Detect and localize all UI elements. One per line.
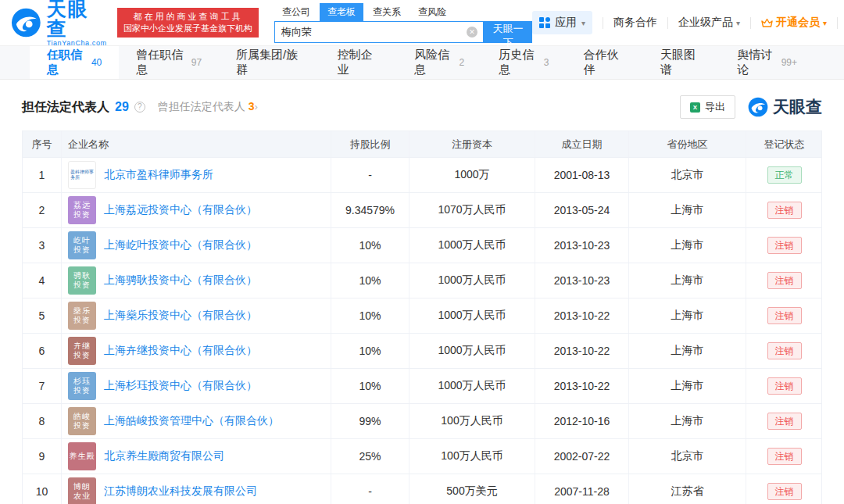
help-icon[interactable]: ? [134, 102, 145, 113]
nav-tab-count: 3 [544, 57, 549, 68]
company-logo-text: 养生殿 [70, 452, 95, 461]
nav-tab-曾任职信息[interactable]: 曾任职信息97 [119, 46, 219, 79]
row-number: 7 [23, 369, 62, 403]
company-logo[interactable]: 卉继投资 [68, 337, 96, 365]
shareholding-ratio: 10% [331, 334, 409, 368]
nav-tab-合作伙伴[interactable]: 合作伙伴 [566, 46, 642, 79]
logo-name: 天眼查 [47, 0, 108, 38]
status-badge: 注销 [767, 202, 802, 219]
company-name-link[interactable]: 上海皓峻投资管理中心（有限合伙） [104, 414, 279, 428]
status-badge: 注销 [767, 272, 802, 289]
company-name-link[interactable]: 北京养生殿商贸有限公司 [104, 449, 224, 463]
status-badge: 注销 [767, 307, 802, 324]
clear-icon[interactable]: ✕ [467, 27, 477, 38]
company-logo[interactable]: 盈科律师事务所 [68, 161, 96, 189]
nav-tab-label: 风险信息 [414, 48, 456, 77]
watermark-logo: 天眼查 [748, 96, 822, 118]
company-logo[interactable]: 皓峻投资 [68, 407, 96, 435]
search-tab-查公司[interactable]: 查公司 [274, 3, 318, 21]
top-header: 天眼查 TianYanCha.com 都在用的商业查询工具 国家中小企业发展子基… [0, 0, 844, 45]
export-button[interactable]: X 导出 [680, 95, 735, 119]
nav-tab-风险信息[interactable]: 风险信息2 [397, 46, 481, 79]
company-name-link[interactable]: 上海荔远投资中心（有限合伙） [104, 203, 257, 217]
menu-item-cooperation[interactable]: 商务合作 [613, 16, 657, 30]
nav-tab-所属集团/族群[interactable]: 所属集团/族群 [219, 46, 320, 79]
company-name-link[interactable]: 上海骋耿投资中心（有限合伙） [104, 273, 257, 288]
company-logo[interactable]: 杉珏投资 [68, 372, 96, 400]
past-legal-rep-count: 3 [249, 100, 255, 113]
column-header: 省份地区 [629, 131, 746, 157]
divider [837, 17, 838, 29]
search-tabs: 查公司查老板查关系查风险 [274, 3, 532, 21]
nav-tab-舆情讨论[interactable]: 舆情讨论99+ [720, 46, 814, 79]
slogan-badge: 都在用的商业查询工具 国家中小企业发展子基金旗下机构 [117, 8, 259, 38]
company-logo[interactable]: 燊乐投资 [68, 302, 96, 330]
nav-tab-label: 曾任职信息 [136, 48, 188, 77]
status-cell: 注销 [746, 439, 822, 474]
company-name-link[interactable]: 上海燊乐投资中心（有限合伙） [104, 309, 257, 323]
company-logo-text: 博朗 [73, 482, 91, 491]
table-row: 9养生殿北京养生殿商贸有限公司25%100万人民币2002-07-22北京市注销 [23, 438, 821, 474]
registered-capital: 500万美元 [409, 474, 535, 504]
apps-label: 应用 [555, 16, 577, 30]
chevron-down-icon: ▾ [736, 19, 740, 27]
company-logo[interactable]: 养生殿 [68, 442, 96, 470]
search-area: 查公司查老板查关系查风险 ✕ 天眼一下 [274, 3, 532, 43]
row-number: 5 [23, 298, 62, 333]
established-date: 2002-07-22 [535, 439, 629, 474]
slogan-line1: 都在用的商业查询工具 [123, 11, 252, 23]
vip-label: 开通会员 [776, 16, 820, 30]
table-row: 1盈科律师事务所北京市盈科律师事务所-1000万2001-08-13北京市正常 [23, 157, 821, 192]
nav-tab-历史信息[interactable]: 历史信息3 [481, 46, 566, 79]
search-tab-查关系[interactable]: 查关系 [365, 3, 409, 21]
established-date: 2001-08-13 [535, 158, 629, 192]
menu-item-vip[interactable]: 开通会员 ▾ [761, 16, 827, 30]
company-cell: 屹叶投资上海屹叶投资中心（有限合伙） [62, 228, 331, 263]
arrow-right-icon: › [255, 101, 258, 113]
section-count: 29 [115, 100, 129, 114]
status-cell: 正常 [746, 158, 822, 192]
established-date: 2013-10-23 [535, 228, 629, 263]
province-region: 上海市 [629, 228, 746, 263]
table-row: 4骋耿投资上海骋耿投资中心（有限合伙）10%1000万人民币2013-10-23… [23, 263, 821, 298]
company-name-link[interactable]: 上海屹叶投资中心（有限合伙） [104, 238, 257, 252]
company-cell: 卉继投资上海卉继投资中心（有限合伙） [62, 334, 331, 368]
past-legal-rep-link[interactable]: 曾担任法定代表人3› [158, 100, 258, 114]
table-body: 1盈科律师事务所北京市盈科律师事务所-1000万2001-08-13北京市正常2… [23, 157, 821, 504]
status-cell: 注销 [746, 404, 822, 438]
company-logo[interactable]: 荔远投资 [68, 196, 96, 224]
company-name-link[interactable]: 江苏博朗农业科技发展有限公司 [104, 484, 257, 499]
apps-menu[interactable]: 应用 ▾ [532, 11, 592, 34]
registered-capital: 1000万 [409, 158, 535, 192]
company-name-link[interactable]: 上海杉珏投资中心（有限合伙） [104, 379, 257, 393]
company-logo[interactable]: 屹叶投资 [68, 231, 96, 259]
export-label: 导出 [705, 100, 725, 114]
registered-capital: 1000万人民币 [409, 334, 535, 368]
company-logo-text: 荔远 [73, 201, 91, 210]
search-button[interactable]: 天眼一下 [484, 21, 532, 43]
company-logo-text: 投资 [73, 386, 91, 395]
nav-tab-label: 历史信息 [499, 48, 541, 77]
nav-tab-任职信息[interactable]: 任职信息40 [30, 46, 119, 79]
registered-capital: 100万人民币 [409, 404, 535, 438]
company-name-link[interactable]: 上海卉继投资中心（有限合伙） [104, 344, 257, 358]
status-cell: 注销 [746, 334, 822, 368]
company-logo[interactable]: 骋耿投资 [68, 266, 96, 295]
company-cell: 博朗农业江苏博朗农业科技发展有限公司 [62, 474, 331, 504]
divider [667, 17, 668, 29]
nav-tab-count: 40 [91, 57, 102, 68]
nav-tab-天眼图谱[interactable]: 天眼图谱 [643, 46, 720, 79]
row-number: 10 [23, 474, 62, 504]
company-logo[interactable]: 博朗农业 [68, 477, 96, 504]
province-region: 北京市 [629, 158, 746, 192]
search-tab-查老板[interactable]: 查老板 [320, 3, 363, 21]
tianyancha-logo[interactable]: 天眼查 TianYanCha.com [11, 0, 108, 47]
nav-tab-控制企业[interactable]: 控制企业 [320, 46, 397, 79]
registered-capital: 1000万人民币 [409, 369, 535, 403]
shareholding-ratio: 10% [331, 298, 409, 333]
menu-item-enterprise[interactable]: 企业级产品 ▾ [678, 16, 740, 30]
search-tab-查风险[interactable]: 查风险 [410, 3, 454, 21]
apps-grid-icon [539, 17, 550, 28]
search-input[interactable] [274, 21, 484, 43]
company-name-link[interactable]: 北京市盈科律师事务所 [104, 168, 213, 182]
